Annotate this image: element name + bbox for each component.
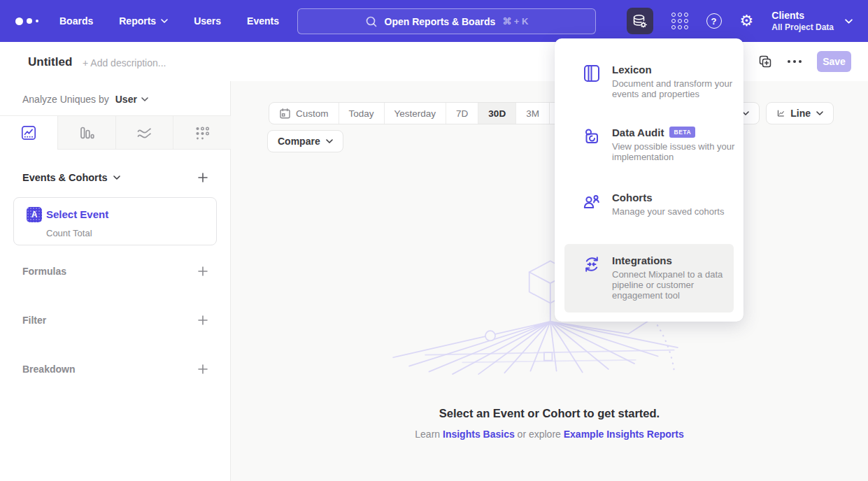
filter-label: Filter — [22, 315, 46, 326]
plus-icon — [197, 364, 208, 375]
menu-item-cohorts[interactable]: Cohorts Manage your saved cohorts — [564, 192, 734, 217]
plus-icon — [197, 172, 208, 183]
duplicate-icon — [758, 55, 772, 69]
bar-chart-tab-icon — [78, 124, 95, 141]
grid-icon — [671, 13, 688, 29]
breakdown-section: Breakdown — [22, 364, 208, 375]
database-gear-icon — [632, 13, 648, 29]
duplicate-button[interactable] — [758, 55, 772, 69]
nav-item-events[interactable]: Events — [247, 15, 279, 27]
menu-item-description: Document and transform your events and p… — [612, 78, 739, 100]
nav-item-boards[interactable]: Boards — [59, 15, 93, 27]
events-cohorts-header[interactable]: Events & Cohorts — [22, 172, 120, 183]
menu-item-title: Cohorts — [612, 192, 739, 203]
integrations-sync-icon — [582, 254, 602, 274]
event-card[interactable]: A Select Event Count Total — [13, 197, 217, 245]
menu-item-description: Connect Mixpanel to a data pipeline or c… — [612, 269, 739, 301]
help-button[interactable]: ? — [706, 13, 722, 29]
more-options-button[interactable] — [788, 60, 802, 63]
report-title[interactable]: Untitled — [28, 55, 72, 69]
add-filter-button[interactable] — [197, 315, 208, 326]
range-custom[interactable]: Custom — [269, 103, 339, 124]
event-badge: A — [27, 207, 42, 222]
nav-label: Events — [247, 15, 279, 27]
settings-button[interactable]: ⚙ — [740, 13, 754, 29]
count-type-selector[interactable]: Count Total — [46, 228, 92, 238]
chevron-down-icon — [326, 139, 333, 143]
formulas-label: Formulas — [22, 266, 66, 277]
menu-item-description: Manage your saved cohorts — [612, 206, 739, 217]
menu-item-title: Lexicon — [612, 64, 739, 76]
chevron-down-icon — [816, 111, 823, 115]
chart-type-dropdown[interactable]: Line — [766, 102, 834, 124]
learn-label: Learn — [415, 429, 440, 440]
date-range-control: Custom Today Yesterday 7D 30D 3M 6M — [269, 102, 583, 124]
analyze-prefix-label: Analyze Uniques by — [22, 94, 109, 105]
menu-item-title: Integrations — [612, 254, 739, 266]
nav-label: Users — [194, 15, 221, 27]
range-7d[interactable]: 7D — [446, 103, 478, 124]
compare-button[interactable]: Compare — [267, 130, 343, 152]
add-event-button[interactable] — [197, 172, 208, 183]
empty-state-title: Select an Event or Cohort to get started… — [231, 407, 868, 420]
mixpanel-logo-icon[interactable] — [15, 17, 38, 25]
analyze-uniques-selector[interactable]: Analyze Uniques by User — [22, 94, 148, 105]
calendar-icon — [279, 108, 291, 120]
line-chart-tab-icon — [20, 124, 37, 141]
range-yesterday[interactable]: Yesterday — [384, 103, 446, 124]
menu-item-data-audit[interactable]: Data Audit BETA View possible issues wit… — [564, 127, 734, 163]
chevron-down-icon — [141, 97, 148, 101]
help-icon: ? — [706, 13, 722, 29]
chart-type-label: Line — [790, 108, 811, 119]
save-button[interactable]: Save — [817, 51, 851, 72]
empty-state-links: Learn Insights Basics or explore Example… — [231, 429, 868, 440]
apps-grid-button[interactable] — [671, 13, 688, 29]
example-reports-link[interactable]: Example Insights Reports — [564, 429, 684, 440]
analyze-value-label: User — [115, 94, 137, 105]
query-builder-sidebar: Analyze Uniques by User — [0, 81, 231, 481]
range-label: Yesterday — [394, 108, 436, 119]
chevron-down-icon — [845, 19, 853, 24]
filter-section: Filter — [22, 315, 208, 326]
data-management-button[interactable] — [627, 8, 653, 34]
range-label: 3M — [526, 108, 539, 119]
range-3m[interactable]: 3M — [515, 103, 549, 124]
range-today[interactable]: Today — [339, 103, 384, 124]
data-audit-icon — [582, 127, 602, 146]
global-search[interactable]: Open Reports & Boards ⌘ + K — [297, 8, 596, 34]
compare-label: Compare — [278, 136, 320, 147]
add-description-field[interactable]: + Add description... — [83, 57, 166, 69]
search-placeholder: Open Reports & Boards — [385, 16, 496, 27]
menu-item-integrations[interactable]: Integrations Connect Mixpanel to a data … — [564, 244, 734, 313]
select-event-button[interactable]: Select Event — [46, 208, 108, 220]
add-breakdown-button[interactable] — [197, 364, 208, 375]
range-label: Custom — [296, 108, 329, 119]
tab-insights-line[interactable] — [0, 116, 57, 150]
menu-item-lexicon[interactable]: Lexicon Document and transform your even… — [564, 64, 734, 100]
cohorts-people-icon — [582, 192, 602, 211]
report-canvas: Custom Today Yesterday 7D 30D 3M 6M Comp… — [231, 81, 868, 481]
menu-item-title: Data Audit BETA — [612, 127, 739, 138]
tab-bar-chart[interactable] — [57, 116, 115, 150]
range-30d[interactable]: 30D — [478, 103, 515, 124]
breakdown-label: Breakdown — [22, 364, 75, 375]
nav-item-users[interactable]: Users — [194, 15, 221, 27]
menu-item-title-text: Data Audit — [612, 127, 664, 138]
gear-icon: ⚙ — [740, 13, 754, 29]
org-name: Clients — [771, 10, 834, 22]
chevron-down-icon — [161, 19, 168, 23]
flow-tab-icon — [136, 124, 152, 141]
tab-retention[interactable] — [173, 116, 231, 150]
chevron-down-icon — [113, 175, 120, 180]
lexicon-book-icon — [582, 64, 602, 83]
insights-basics-link[interactable]: Insights Basics — [443, 429, 515, 440]
add-formula-button[interactable] — [197, 266, 208, 277]
range-label: 30D — [488, 108, 506, 119]
tab-flow[interactable] — [115, 116, 173, 150]
range-label: 7D — [456, 108, 468, 119]
range-label: Today — [349, 108, 374, 119]
line-chart-icon — [776, 106, 785, 120]
project-switcher[interactable]: Clients All Project Data — [771, 10, 853, 32]
plus-icon — [197, 315, 208, 326]
nav-item-reports[interactable]: Reports — [119, 15, 168, 27]
